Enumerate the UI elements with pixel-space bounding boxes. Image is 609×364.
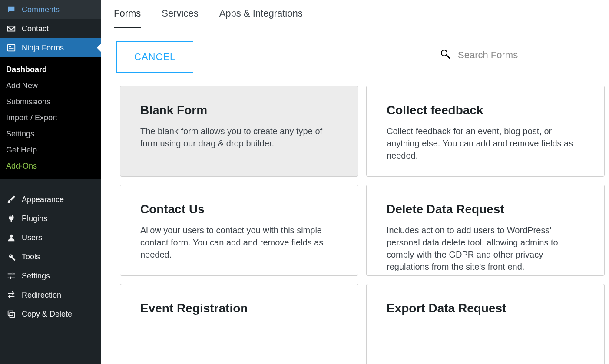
search-icon <box>439 48 452 63</box>
tab-forms[interactable]: Forms <box>114 8 141 28</box>
card-desc: Allow your users to contact you with thi… <box>140 224 338 261</box>
template-card-collect-feedback[interactable]: Collect feedback Collect feedback for an… <box>366 86 605 177</box>
sidebar-sub-dashboard[interactable]: Dashboard <box>0 62 101 78</box>
main-content: Forms Services Apps & Integrations CANCE… <box>101 0 609 364</box>
sidebar-sub-submissions[interactable]: Submissions <box>0 94 101 110</box>
plug-icon <box>6 213 17 224</box>
toolbar: CANCEL <box>101 41 609 86</box>
comment-icon <box>6 4 17 15</box>
sidebar-item-plugins[interactable]: Plugins <box>0 209 101 228</box>
sidebar-item-label: Settings <box>22 271 50 281</box>
svg-rect-4 <box>10 312 14 317</box>
template-card-blank-form[interactable]: Blank Form The blank form allows you to … <box>120 86 358 177</box>
sidebar-item-users[interactable]: Users <box>0 228 101 247</box>
mail-icon <box>6 23 17 34</box>
card-desc: Collect feedback for an event, blog post… <box>387 125 584 162</box>
sidebar-item-label: Users <box>22 233 42 242</box>
sidebar-sub-addons[interactable]: Add-Ons <box>0 158 101 174</box>
top-tabs: Forms Services Apps & Integrations <box>101 0 609 28</box>
template-card-delete-data-request[interactable]: Delete Data Request Includes action to a… <box>366 185 605 276</box>
tab-services[interactable]: Services <box>162 8 198 28</box>
svg-point-3 <box>10 235 13 238</box>
sidebar-item-label: Plugins <box>22 214 47 223</box>
sliders-icon <box>6 271 17 281</box>
card-title: Contact Us <box>140 202 338 216</box>
tab-apps-integrations[interactable]: Apps & Integrations <box>219 8 303 28</box>
card-title: Export Data Request <box>387 301 584 315</box>
sidebar-sub-settings[interactable]: Settings <box>0 126 101 142</box>
sidebar-item-contact[interactable]: Contact <box>0 19 101 38</box>
sidebar-item-label: Comments <box>22 5 60 14</box>
card-title: Delete Data Request <box>387 202 584 216</box>
card-desc: Includes action to add users to WordPres… <box>387 224 584 273</box>
sidebar-item-appearance[interactable]: Appearance <box>0 190 101 209</box>
brush-icon <box>6 194 17 205</box>
sidebar-item-comments[interactable]: Comments <box>0 0 101 19</box>
svg-rect-1 <box>9 46 12 47</box>
sidebar-item-redirection[interactable]: Redirection <box>0 285 101 304</box>
sidebar-sub-import-export[interactable]: Import / Export <box>0 110 101 126</box>
sidebar-sub-gethelp[interactable]: Get Help <box>0 142 101 158</box>
sidebar-item-ninjaforms[interactable]: Ninja Forms <box>0 38 101 57</box>
sidebar-item-label: Ninja Forms <box>22 43 64 53</box>
sidebar-item-settings[interactable]: Settings <box>0 266 101 285</box>
card-title: Event Registration <box>140 301 338 315</box>
cancel-button[interactable]: CANCEL <box>116 41 193 73</box>
sidebar-item-label: Tools <box>22 252 40 261</box>
search-wrap <box>437 45 593 69</box>
user-icon <box>6 232 17 243</box>
form-icon <box>6 43 17 53</box>
wrench-icon <box>6 251 17 262</box>
svg-rect-5 <box>8 311 13 316</box>
template-card-export-data-request[interactable]: Export Data Request <box>366 284 605 364</box>
sidebar-item-label: Copy & Delete <box>22 310 72 319</box>
template-card-event-registration[interactable]: Event Registration <box>120 284 358 364</box>
sidebar-sub-addnew[interactable]: Add New <box>0 78 101 94</box>
card-desc: The blank form allows you to create any … <box>140 125 338 149</box>
card-title: Blank Form <box>140 103 338 117</box>
redirect-icon <box>6 290 17 300</box>
sidebar-item-tools[interactable]: Tools <box>0 247 101 266</box>
template-grid: Blank Form The blank form allows you to … <box>101 86 609 364</box>
admin-sidebar: Comments Contact Ninja Forms Dashboard A… <box>0 0 101 364</box>
sidebar-item-label: Contact <box>22 24 49 33</box>
card-title: Collect feedback <box>387 103 584 117</box>
svg-rect-2 <box>9 48 14 49</box>
template-card-contact-us[interactable]: Contact Us Allow your users to contact y… <box>120 185 358 276</box>
sidebar-item-label: Redirection <box>22 291 61 300</box>
sidebar-item-label: Appearance <box>22 195 64 204</box>
copy-icon <box>6 309 17 319</box>
sidebar-submenu: Dashboard Add New Submissions Import / E… <box>0 57 101 179</box>
sidebar-item-copydelete[interactable]: Copy & Delete <box>0 304 101 324</box>
search-input[interactable] <box>458 50 592 61</box>
